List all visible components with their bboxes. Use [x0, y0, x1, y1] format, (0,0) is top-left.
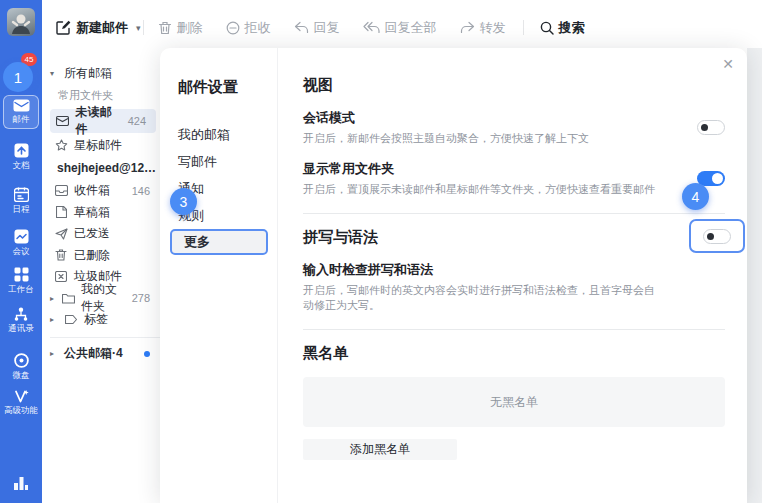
- compose-button[interactable]: 新建邮件 ▾: [56, 19, 141, 37]
- step-badge-1: 1: [3, 62, 33, 92]
- sent-icon: [54, 228, 68, 240]
- sidebar-item-label: 日程: [13, 204, 30, 216]
- setting-row-conversation-mode: 会话模式 开启后，新邮件会按照主题自动聚合，方便快速了解上下文: [303, 109, 725, 146]
- mail-settings-modal: 邮件设置 我的邮箱 写邮件 通知 规则 更多 ✕ 视图 会话模式 开启后，新邮件…: [160, 48, 747, 503]
- reply-all-label: 回复全部: [385, 19, 437, 37]
- search-label: 搜索: [559, 19, 585, 37]
- folder-label: 所有邮箱: [64, 65, 112, 82]
- block-icon: [226, 21, 240, 35]
- sidebar-item-mail[interactable]: 邮件: [3, 95, 39, 129]
- contacts-icon: [13, 307, 29, 321]
- folder-starred[interactable]: 星标邮件: [42, 135, 160, 157]
- settings-content: ✕ 视图 会话模式 开启后，新邮件会按照主题自动聚合，方便快速了解上下文 显示常…: [278, 48, 747, 503]
- settings-title: 邮件设置: [178, 78, 277, 97]
- docs-icon: [14, 143, 29, 158]
- folder-label: 草稿箱: [74, 204, 110, 221]
- folder-count: 146: [132, 185, 150, 197]
- search-button[interactable]: 搜索: [540, 19, 585, 37]
- setting-label: 显示常用文件夹: [303, 160, 655, 178]
- add-blacklist-button[interactable]: 添加黑名单: [303, 439, 457, 460]
- reply-icon: [294, 21, 309, 34]
- folder-drafts[interactable]: 草稿箱: [42, 202, 160, 224]
- reply-all-icon: [363, 21, 380, 34]
- folder-unread[interactable]: 未读邮件 424: [50, 109, 156, 133]
- folder-inbox[interactable]: 收件箱 146: [42, 180, 160, 202]
- folder-public-mailbox[interactable]: ▸ 公共邮箱·4: [42, 342, 160, 366]
- section-title-blacklist: 黑名单: [303, 344, 725, 363]
- workbench-icon: [14, 267, 29, 282]
- sidebar-item-label: 微盘: [13, 370, 30, 382]
- mail-open-icon: [56, 115, 69, 126]
- caret-right-icon[interactable]: ▸: [50, 294, 56, 303]
- folder-label: 星标邮件: [74, 137, 122, 154]
- stats-icon[interactable]: [12, 476, 29, 495]
- setting-desc: 开启后，写邮件时的英文内容会实时进行拼写和语法检查，且首字母会自动修正为大写。: [303, 283, 663, 313]
- avatar[interactable]: [7, 8, 35, 36]
- setting-desc: 开启后，新邮件会按照主题自动聚合，方便快速了解上下文: [303, 131, 589, 146]
- reply-all-button[interactable]: 回复全部: [363, 19, 437, 37]
- block-button[interactable]: 拒收: [226, 19, 271, 37]
- trash-icon: [158, 21, 172, 35]
- sidebar-item-calendar[interactable]: 日程: [3, 187, 39, 216]
- sidebar-item-meeting[interactable]: 会议: [3, 229, 39, 258]
- blacklist-empty-state: 无黑名单: [303, 377, 725, 427]
- chevron-down-icon[interactable]: ▾: [136, 23, 141, 33]
- folder-count: 424: [128, 115, 146, 127]
- settings-menu: 邮件设置 我的邮箱 写邮件 通知 规则 更多: [160, 48, 278, 503]
- trash-icon: [54, 249, 68, 261]
- section-divider: [303, 329, 725, 330]
- toolbar: 新建邮件 ▾ 删除 拒收 回复: [42, 0, 762, 55]
- reply-button[interactable]: 回复: [294, 19, 340, 37]
- delete-button[interactable]: 删除: [158, 19, 203, 37]
- sidebar-item-label: 邮件: [13, 114, 30, 126]
- mail-app: 45 邮件 文档 日程: [0, 0, 762, 503]
- account-address[interactable]: shejhejeed@123.zr...: [42, 156, 160, 180]
- search-icon: [540, 21, 554, 35]
- sidebar-item-label: 会议: [13, 246, 30, 258]
- folder-panel: ▾ 所有邮箱 常用文件夹 未读邮件 424 星标邮件 shejhejeed@12…: [42, 55, 160, 503]
- caret-down-icon[interactable]: ▾: [50, 69, 58, 78]
- delete-label: 删除: [177, 19, 203, 37]
- drive-icon: [14, 353, 29, 368]
- spellcheck-toggle-highlight: [689, 219, 745, 253]
- compose-label: 新建邮件: [76, 19, 128, 37]
- forward-icon: [460, 21, 475, 34]
- caret-right-icon[interactable]: ▸: [50, 349, 58, 358]
- block-label: 拒收: [245, 19, 271, 37]
- folder-my-folders[interactable]: ▸ 我的文件夹 278: [42, 288, 160, 310]
- setting-label: 会话模式: [303, 109, 589, 127]
- section-divider: [303, 213, 725, 214]
- step-badge-3: 3: [170, 188, 197, 215]
- folder-deleted[interactable]: 已删除: [42, 245, 160, 267]
- mail-icon: [13, 99, 30, 112]
- sidebar-item-workbench[interactable]: 工作台: [3, 267, 39, 296]
- folder-count: 278: [132, 292, 150, 304]
- reply-label: 回复: [314, 19, 340, 37]
- menu-item-more[interactable]: 更多: [170, 229, 268, 255]
- menu-item-my-mailbox[interactable]: 我的邮箱: [178, 121, 277, 148]
- sidebar-item-docs[interactable]: 文档: [3, 143, 39, 172]
- content-background: [747, 48, 762, 503]
- menu-item-compose[interactable]: 写邮件: [178, 148, 277, 175]
- folder-label: 已发送: [74, 225, 110, 242]
- folder-sent[interactable]: 已发送: [42, 223, 160, 245]
- folder-tags[interactable]: ▸ 标签: [42, 309, 160, 331]
- sidebar-item-drive[interactable]: 微盘: [3, 353, 39, 382]
- sidebar-item-advanced[interactable]: 高级功能: [3, 390, 39, 417]
- folder-icon: [62, 293, 75, 304]
- forward-button[interactable]: 转发: [460, 19, 506, 37]
- compose-icon: [56, 20, 71, 35]
- conversation-mode-toggle[interactable]: [697, 120, 725, 135]
- close-icon[interactable]: ✕: [722, 56, 734, 72]
- toolbar-divider: [143, 20, 144, 35]
- folder-label: 未读邮件: [75, 104, 121, 138]
- folder-all-mailboxes[interactable]: ▾ 所有邮箱: [42, 61, 160, 85]
- setting-row-spellcheck: 输入时检查拼写和语法 开启后，写邮件时的英文内容会实时进行拼写和语法检查，且首字…: [303, 261, 725, 313]
- folder-label: 标签: [84, 311, 108, 328]
- person-photo-icon: [7, 8, 35, 36]
- sidebar-item-contacts[interactable]: 通讯录: [3, 307, 39, 335]
- notification-dot: [144, 351, 150, 357]
- folder-divider: [50, 337, 160, 338]
- spellcheck-toggle[interactable]: [703, 229, 731, 244]
- caret-right-icon[interactable]: ▸: [50, 315, 58, 324]
